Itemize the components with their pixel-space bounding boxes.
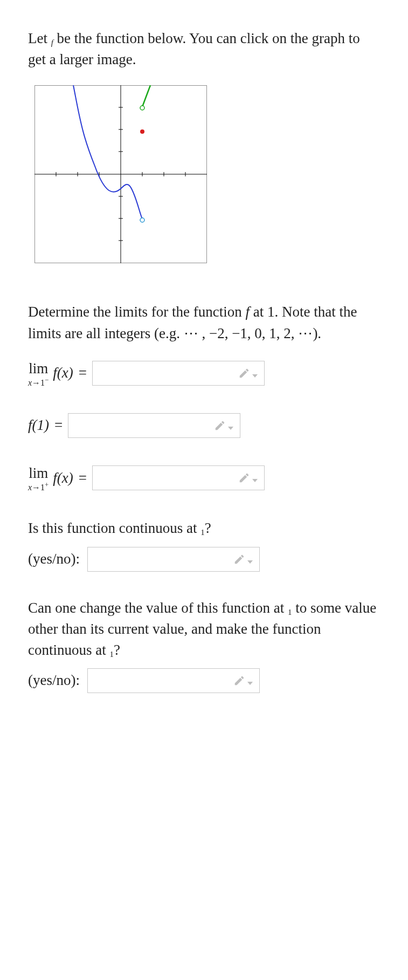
graph-container[interactable] — [34, 85, 380, 269]
q1-fx: f(x) — [53, 362, 73, 383]
pencil-icon — [233, 675, 253, 687]
q1-row: lim x→1− f(x) = — [28, 359, 380, 387]
q4-q: ? — [205, 520, 211, 536]
q1-answer-input[interactable] — [92, 361, 265, 386]
caret-down-icon — [247, 682, 253, 685]
q3-lim-top: lim — [28, 466, 49, 481]
q3-fx: f(x) — [53, 468, 73, 489]
pencil-icon — [238, 472, 258, 484]
q1-lim-top: lim — [28, 361, 49, 376]
prompt2-f: f — [245, 304, 250, 320]
q5-answer-input[interactable] — [87, 668, 260, 693]
green-open-circle — [140, 106, 144, 110]
caret-down-icon — [252, 479, 258, 482]
q2-answer-input[interactable] — [68, 413, 240, 438]
q4-row: (yes/no): — [28, 547, 380, 572]
q3-equals: = — [79, 468, 87, 489]
pencil-icon — [238, 367, 258, 379]
q1-lim: lim x→1− — [28, 359, 49, 387]
q5-line-a: Can one change the value of this functio… — [28, 600, 288, 616]
intro-pre: Let — [28, 30, 51, 46]
caret-down-icon — [228, 427, 233, 430]
blue-open-circle — [140, 218, 144, 222]
q2-label: f(1) = — [28, 415, 68, 436]
q1-label: lim x→1− f(x) = — [28, 359, 92, 387]
q5-q: ? — [114, 642, 120, 658]
q3-lim-bot: x→1+ — [28, 482, 49, 492]
q1-lim-sup: − — [45, 376, 49, 384]
limits-prompt: Determine the limits for the function f … — [28, 301, 380, 344]
function-graph[interactable] — [34, 85, 207, 263]
prompt2-list: ⋯ , −2, −1, 0, 1, 2, ⋯ — [184, 325, 313, 341]
prompt2-pre: Determine the limits for the function — [28, 304, 245, 320]
q4-line: Is this function continuous at — [28, 520, 200, 536]
q2-f1: f(1) — [28, 415, 49, 436]
q3-answer-input[interactable] — [92, 465, 265, 490]
q3-lim: lim x→1+ — [28, 464, 49, 492]
q3-lim-sup: + — [45, 481, 49, 489]
pencil-icon — [214, 420, 233, 431]
intro-paragraph: Let f be the function below. You can cli… — [28, 28, 380, 70]
q2-equals: = — [54, 415, 63, 436]
q4-prompt: Is this function continuous at 1? — [28, 518, 380, 539]
problem-page: Let f be the function below. You can cli… — [0, 0, 408, 751]
q2-row: f(1) = — [28, 413, 380, 438]
q4-one: 1 — [200, 528, 204, 537]
q1-equals: = — [79, 362, 87, 383]
pencil-icon — [233, 553, 253, 565]
red-point — [140, 129, 144, 134]
q4-answer-input[interactable] — [87, 547, 260, 572]
q3-row: lim x→1+ f(x) = — [28, 464, 380, 492]
q5-row: (yes/no): — [28, 668, 380, 693]
q4-yn-label: (yes/no): — [28, 549, 80, 570]
prompt2-post: ). — [313, 325, 321, 341]
caret-down-icon — [252, 374, 258, 378]
q5-prompt: Can one change the value of this functio… — [28, 598, 380, 661]
caret-down-icon — [247, 560, 253, 564]
q1-lim-bot: x→1− — [28, 377, 49, 387]
q5-one-b: 1 — [109, 649, 113, 658]
intro-post: be the function below. You can click on … — [28, 30, 360, 67]
q5-one-a: 1 — [288, 607, 292, 616]
q5-yn-label: (yes/no): — [28, 670, 80, 691]
q3-label: lim x→1+ f(x) = — [28, 464, 92, 492]
